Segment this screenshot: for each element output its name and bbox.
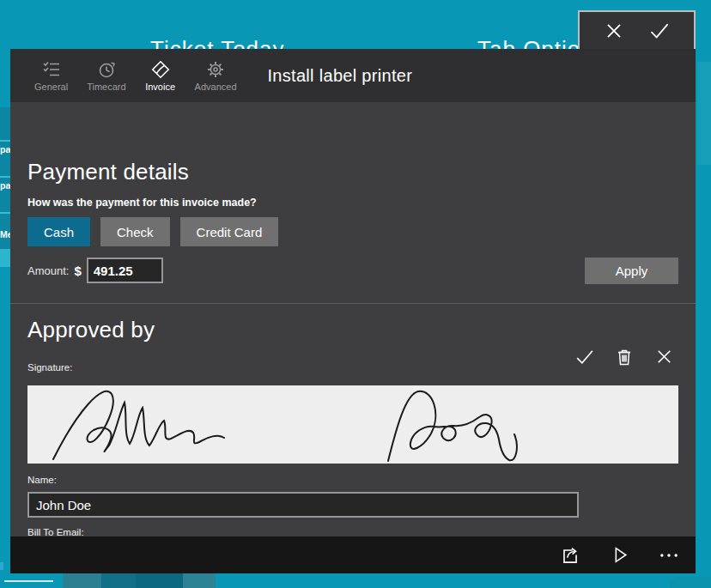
tab-advanced[interactable]: Advanced: [191, 58, 240, 94]
background-window-title-left: Ticket Today: [150, 38, 285, 49]
background-list-item: pa: [0, 142, 10, 176]
signature-ink: [27, 385, 678, 464]
approved-by-heading: Approved by: [27, 317, 155, 343]
signature-label: Signature:: [27, 362, 72, 373]
background-item-text: pa: [0, 144, 10, 155]
checkmark-icon: [574, 346, 595, 367]
background-list-item: [0, 252, 10, 267]
invoice-dialog: General Timecard Invoice: [10, 49, 696, 573]
share-icon: [559, 544, 581, 567]
tab-label: General: [34, 82, 68, 92]
signature-actions: [574, 346, 675, 367]
background-list-item: pa: [0, 178, 10, 212]
name-label: Name:: [27, 475, 57, 485]
tab-invoice[interactable]: Invoice: [142, 58, 179, 94]
tab-bar: General Timecard Invoice: [31, 58, 240, 94]
background-shape: [183, 573, 216, 588]
amount-input[interactable]: [87, 258, 163, 283]
command-bar: [10, 536, 696, 573]
clear-signature-button[interactable]: [653, 346, 675, 367]
currency-symbol: $: [74, 264, 81, 278]
apply-button[interactable]: Apply: [585, 258, 678, 284]
more-options-button[interactable]: [658, 544, 680, 567]
tab-label: Timecard: [87, 82, 125, 92]
background-shade: [697, 62, 711, 165]
signature-canvas[interactable]: [27, 385, 678, 464]
payment-details-heading: Payment details: [27, 159, 189, 185]
run-button[interactable]: [609, 544, 630, 566]
timecard-clock-icon: [96, 59, 117, 80]
dialog-title: Install label printer: [268, 66, 413, 86]
background-shape: [136, 573, 183, 588]
background-shape: [101, 573, 136, 588]
name-input[interactable]: [27, 492, 579, 518]
background-line: [4, 580, 53, 582]
background-list-item: Me: [0, 214, 10, 249]
payment-method-group: Cash Check Credit Card: [27, 217, 278, 246]
tab-label: Invoice: [145, 82, 175, 92]
background-shape: [670, 577, 711, 588]
accept-signature-button[interactable]: [574, 346, 595, 367]
payment-method-check-button[interactable]: Check: [100, 217, 170, 246]
background-item-text: Me: [0, 229, 10, 239]
dialog-toolbar: General Timecard Invoice: [10, 49, 696, 102]
delete-signature-button[interactable]: [614, 346, 635, 367]
tab-label: Advanced: [195, 82, 237, 92]
background-item-text: pa: [0, 180, 10, 191]
checkmark-icon: [647, 19, 671, 42]
payment-method-cash-button[interactable]: Cash: [27, 217, 90, 246]
payment-method-credit-card-button[interactable]: Credit Card: [180, 217, 279, 246]
payment-question: How was the payment for this invoice mad…: [27, 197, 257, 209]
background-shape: [63, 573, 101, 588]
tag-icon: [150, 59, 171, 80]
ellipsis-icon: [658, 544, 680, 567]
gear-icon: [205, 59, 226, 80]
section-divider: [10, 303, 696, 304]
share-button[interactable]: [559, 544, 581, 567]
play-icon: [609, 544, 630, 566]
trash-icon: [614, 347, 635, 367]
close-icon: [603, 20, 625, 42]
confirm-button[interactable]: [647, 19, 671, 42]
background-accent-block: [0, 562, 3, 570]
dialog-body: Payment details How was the payment for …: [10, 102, 696, 536]
confirm-panel: [578, 10, 696, 49]
amount-label: Amount:: [27, 264, 69, 277]
close-icon: [653, 346, 675, 367]
cancel-button[interactable]: [603, 20, 625, 42]
amount-row: Amount: $: [27, 258, 163, 283]
tab-timecard[interactable]: Timecard: [83, 58, 129, 94]
tab-general[interactable]: General: [31, 58, 71, 94]
background-list-item: [0, 107, 10, 140]
checklist-icon: [41, 59, 62, 80]
screen: Ticket Today Tab Options W pa pa Me: [0, 0, 711, 588]
